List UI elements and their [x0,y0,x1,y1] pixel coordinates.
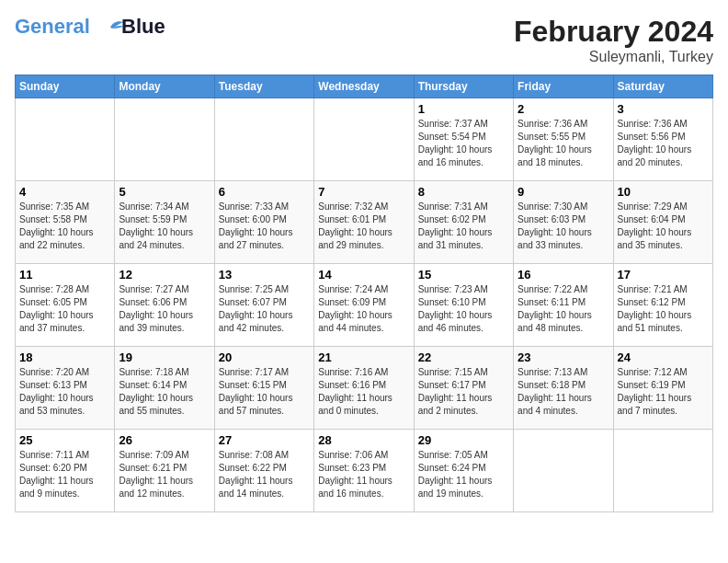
day-number: 4 [19,185,110,199]
calendar-day-cell: 16Sunrise: 7:22 AM Sunset: 6:11 PM Dayli… [514,264,613,347]
day-info: Sunrise: 7:20 AM Sunset: 6:13 PM Dayligh… [19,366,110,418]
calendar-day-cell: 23Sunrise: 7:13 AM Sunset: 6:18 PM Dayli… [514,347,613,430]
calendar-day-cell: 22Sunrise: 7:15 AM Sunset: 6:17 PM Dayli… [414,347,513,430]
day-info: Sunrise: 7:13 AM Sunset: 6:18 PM Dayligh… [518,366,609,418]
day-info: Sunrise: 7:08 AM Sunset: 6:22 PM Dayligh… [219,449,310,500]
calendar-day-cell: 27Sunrise: 7:08 AM Sunset: 6:22 PM Dayli… [214,430,313,512]
calendar-day-cell: 1Sunrise: 7:37 AM Sunset: 5:54 PM Daylig… [414,98,513,181]
day-number: 15 [418,268,509,282]
calendar-day-cell: 14Sunrise: 7:24 AM Sunset: 6:09 PM Dayli… [314,264,414,347]
logo: General Blue [15,15,165,39]
calendar-day-cell: 29Sunrise: 7:05 AM Sunset: 6:24 PM Dayli… [414,430,513,512]
calendar-empty-cell [613,430,712,512]
weekday-header-monday: Monday [115,75,214,98]
day-number: 29 [418,433,509,447]
day-number: 12 [119,268,210,282]
day-number: 5 [119,185,210,199]
day-number: 3 [618,102,709,116]
day-info: Sunrise: 7:35 AM Sunset: 5:58 PM Dayligh… [19,201,110,252]
page-header: General Blue February 2024 Suleymanli, T… [15,15,713,65]
calendar-day-cell: 20Sunrise: 7:17 AM Sunset: 6:15 PM Dayli… [214,347,313,430]
day-info: Sunrise: 7:33 AM Sunset: 6:00 PM Dayligh… [219,201,310,252]
day-number: 26 [119,433,210,447]
day-info: Sunrise: 7:29 AM Sunset: 6:04 PM Dayligh… [618,201,709,252]
calendar-day-cell: 17Sunrise: 7:21 AM Sunset: 6:12 PM Dayli… [613,264,712,347]
calendar-empty-cell [16,98,115,181]
day-info: Sunrise: 7:11 AM Sunset: 6:20 PM Dayligh… [19,449,110,500]
day-number: 16 [518,268,609,282]
calendar-day-cell: 28Sunrise: 7:06 AM Sunset: 6:23 PM Dayli… [314,430,414,512]
calendar-day-cell: 24Sunrise: 7:12 AM Sunset: 6:19 PM Dayli… [613,347,712,430]
day-number: 13 [219,268,310,282]
weekday-header-friday: Friday [514,75,613,98]
day-number: 7 [318,185,409,199]
day-info: Sunrise: 7:25 AM Sunset: 6:07 PM Dayligh… [219,283,310,335]
day-info: Sunrise: 7:22 AM Sunset: 6:11 PM Dayligh… [518,283,609,335]
calendar-day-cell: 3Sunrise: 7:36 AM Sunset: 5:56 PM Daylig… [613,98,712,181]
day-info: Sunrise: 7:15 AM Sunset: 6:17 PM Dayligh… [418,366,509,418]
day-number: 20 [219,350,310,364]
calendar-day-cell: 15Sunrise: 7:23 AM Sunset: 6:10 PM Dayli… [414,264,513,347]
calendar-week-row: 11Sunrise: 7:28 AM Sunset: 6:05 PM Dayli… [16,264,713,347]
day-info: Sunrise: 7:06 AM Sunset: 6:23 PM Dayligh… [318,449,409,500]
day-info: Sunrise: 7:34 AM Sunset: 5:59 PM Dayligh… [119,201,210,252]
calendar-body: 1Sunrise: 7:37 AM Sunset: 5:54 PM Daylig… [16,98,713,512]
day-info: Sunrise: 7:37 AM Sunset: 5:54 PM Dayligh… [418,118,509,169]
day-info: Sunrise: 7:23 AM Sunset: 6:10 PM Dayligh… [418,283,509,335]
calendar-day-cell: 7Sunrise: 7:32 AM Sunset: 6:01 PM Daylig… [314,181,414,264]
day-number: 6 [219,185,310,199]
calendar-week-row: 25Sunrise: 7:11 AM Sunset: 6:20 PM Dayli… [16,430,713,512]
day-info: Sunrise: 7:05 AM Sunset: 6:24 PM Dayligh… [418,449,509,500]
calendar-day-cell: 12Sunrise: 7:27 AM Sunset: 6:06 PM Dayli… [115,264,214,347]
day-info: Sunrise: 7:27 AM Sunset: 6:06 PM Dayligh… [119,283,210,335]
day-number: 21 [318,350,409,364]
calendar-day-cell: 21Sunrise: 7:16 AM Sunset: 6:16 PM Dayli… [314,347,414,430]
month-title: February 2024 [514,15,713,49]
day-number: 25 [19,433,110,447]
day-number: 2 [518,102,609,116]
day-info: Sunrise: 7:36 AM Sunset: 5:55 PM Dayligh… [518,118,609,169]
calendar-week-row: 4Sunrise: 7:35 AM Sunset: 5:58 PM Daylig… [16,181,713,264]
day-number: 8 [418,185,509,199]
day-number: 11 [19,268,110,282]
weekday-header-sunday: Sunday [16,75,115,98]
calendar-day-cell: 6Sunrise: 7:33 AM Sunset: 6:00 PM Daylig… [214,181,313,264]
location-subtitle: Suleymanli, Turkey [514,49,713,65]
day-info: Sunrise: 7:12 AM Sunset: 6:19 PM Dayligh… [618,366,709,418]
calendar-day-cell: 18Sunrise: 7:20 AM Sunset: 6:13 PM Dayli… [16,347,115,430]
calendar-empty-cell [514,430,613,512]
calendar-day-cell: 26Sunrise: 7:09 AM Sunset: 6:21 PM Dayli… [115,430,214,512]
day-number: 14 [318,268,409,282]
day-number: 24 [618,350,709,364]
calendar-empty-cell [314,98,414,181]
day-info: Sunrise: 7:31 AM Sunset: 6:02 PM Dayligh… [418,201,509,252]
calendar-empty-cell [115,98,214,181]
weekday-header-row: SundayMondayTuesdayWednesdayThursdayFrid… [16,75,713,98]
day-number: 28 [318,433,409,447]
day-info: Sunrise: 7:09 AM Sunset: 6:21 PM Dayligh… [119,449,210,500]
calendar-header: SundayMondayTuesdayWednesdayThursdayFrid… [16,75,713,98]
day-info: Sunrise: 7:17 AM Sunset: 6:15 PM Dayligh… [219,366,310,418]
day-info: Sunrise: 7:18 AM Sunset: 6:14 PM Dayligh… [119,366,210,418]
day-number: 22 [418,350,509,364]
title-block: February 2024 Suleymanli, Turkey [514,15,713,65]
day-info: Sunrise: 7:16 AM Sunset: 6:16 PM Dayligh… [318,366,409,418]
calendar-empty-cell [214,98,313,181]
logo-text-general: General [15,15,90,38]
day-number: 10 [618,185,709,199]
calendar-day-cell: 11Sunrise: 7:28 AM Sunset: 6:05 PM Dayli… [16,264,115,347]
calendar-day-cell: 13Sunrise: 7:25 AM Sunset: 6:07 PM Dayli… [214,264,313,347]
calendar-day-cell: 19Sunrise: 7:18 AM Sunset: 6:14 PM Dayli… [115,347,214,430]
calendar-day-cell: 5Sunrise: 7:34 AM Sunset: 5:59 PM Daylig… [115,181,214,264]
day-number: 17 [618,268,709,282]
calendar-day-cell: 4Sunrise: 7:35 AM Sunset: 5:58 PM Daylig… [16,181,115,264]
day-info: Sunrise: 7:28 AM Sunset: 6:05 PM Dayligh… [19,283,110,335]
calendar-day-cell: 2Sunrise: 7:36 AM Sunset: 5:55 PM Daylig… [514,98,613,181]
calendar-table: SundayMondayTuesdayWednesdayThursdayFrid… [15,75,713,512]
day-info: Sunrise: 7:21 AM Sunset: 6:12 PM Dayligh… [618,283,709,335]
day-number: 1 [418,102,509,116]
day-info: Sunrise: 7:32 AM Sunset: 6:01 PM Dayligh… [318,201,409,252]
calendar-week-row: 18Sunrise: 7:20 AM Sunset: 6:13 PM Dayli… [16,347,713,430]
day-number: 27 [219,433,310,447]
weekday-header-wednesday: Wednesday [314,75,414,98]
